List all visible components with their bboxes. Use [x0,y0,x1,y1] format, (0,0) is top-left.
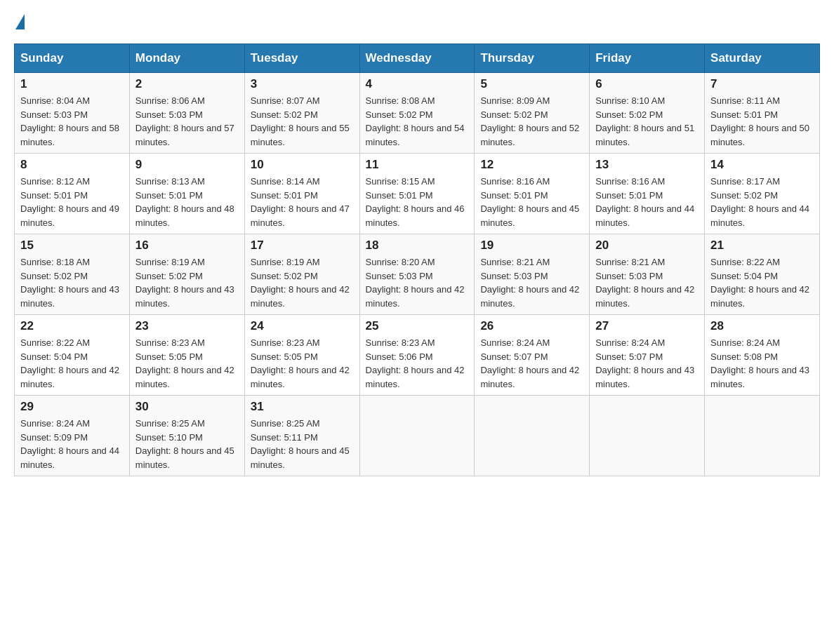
calendar-cell: 8Sunrise: 8:12 AMSunset: 5:01 PMDaylight… [15,154,130,234]
calendar-header-row: SundayMondayTuesdayWednesdayThursdayFrid… [15,44,820,73]
day-number: 6 [595,77,699,91]
day-info: Sunrise: 8:15 AMSunset: 5:01 PMDaylight:… [366,175,469,229]
header-sunday: Sunday [15,44,130,73]
day-number: 31 [251,400,354,414]
calendar-cell: 12Sunrise: 8:16 AMSunset: 5:01 PMDayligh… [475,154,590,234]
header-wednesday: Wednesday [359,44,475,73]
calendar-cell: 13Sunrise: 8:16 AMSunset: 5:01 PMDayligh… [590,154,705,234]
calendar-week-row: 8Sunrise: 8:12 AMSunset: 5:01 PMDaylight… [15,154,820,234]
day-number: 22 [20,319,124,333]
day-info: Sunrise: 8:23 AMSunset: 5:06 PMDaylight:… [366,336,469,391]
day-number: 17 [251,239,354,253]
day-info: Sunrise: 8:19 AMSunset: 5:02 PMDaylight:… [251,255,354,310]
day-number: 24 [251,319,354,333]
day-info: Sunrise: 8:09 AMSunset: 5:02 PMDaylight:… [480,94,583,149]
calendar-week-row: 22Sunrise: 8:22 AMSunset: 5:04 PMDayligh… [15,315,820,396]
header-saturday: Saturday [705,44,820,73]
calendar-cell: 16Sunrise: 8:19 AMSunset: 5:02 PMDayligh… [129,234,244,315]
calendar-table: SundayMondayTuesdayWednesdayThursdayFrid… [14,43,820,476]
day-number: 8 [20,158,124,172]
day-info: Sunrise: 8:21 AMSunset: 5:03 PMDaylight:… [595,255,699,310]
day-number: 29 [20,400,124,414]
day-number: 14 [710,158,814,172]
calendar-cell: 27Sunrise: 8:24 AMSunset: 5:07 PMDayligh… [590,315,705,396]
day-number: 15 [20,239,124,253]
day-info: Sunrise: 8:22 AMSunset: 5:04 PMDaylight:… [710,255,814,310]
calendar-cell: 3Sunrise: 8:07 AMSunset: 5:02 PMDaylight… [244,73,359,154]
day-number: 27 [595,319,699,333]
day-info: Sunrise: 8:08 AMSunset: 5:02 PMDaylight:… [366,94,469,149]
day-number: 10 [251,158,354,172]
calendar-week-row: 29Sunrise: 8:24 AMSunset: 5:09 PMDayligh… [15,396,820,476]
header-friday: Friday [590,44,705,73]
calendar-cell: 18Sunrise: 8:20 AMSunset: 5:03 PMDayligh… [359,234,475,315]
day-number: 16 [135,239,239,253]
calendar-week-row: 15Sunrise: 8:18 AMSunset: 5:02 PMDayligh… [15,234,820,315]
calendar-cell [590,396,705,476]
calendar-cell: 17Sunrise: 8:19 AMSunset: 5:02 PMDayligh… [244,234,359,315]
day-number: 19 [480,239,583,253]
calendar-cell [705,396,820,476]
day-number: 13 [595,158,699,172]
day-info: Sunrise: 8:04 AMSunset: 5:03 PMDaylight:… [20,94,124,149]
header-thursday: Thursday [475,44,590,73]
calendar-cell: 30Sunrise: 8:25 AMSunset: 5:10 PMDayligh… [129,396,244,476]
calendar-cell: 5Sunrise: 8:09 AMSunset: 5:02 PMDaylight… [475,73,590,154]
calendar-cell: 2Sunrise: 8:06 AMSunset: 5:03 PMDaylight… [129,73,244,154]
day-number: 5 [480,77,583,91]
day-number: 9 [135,158,239,172]
calendar-cell: 25Sunrise: 8:23 AMSunset: 5:06 PMDayligh… [359,315,475,396]
day-info: Sunrise: 8:16 AMSunset: 5:01 PMDaylight:… [595,175,699,229]
calendar-cell: 29Sunrise: 8:24 AMSunset: 5:09 PMDayligh… [15,396,130,476]
day-info: Sunrise: 8:23 AMSunset: 5:05 PMDaylight:… [135,336,239,391]
day-number: 21 [710,239,814,253]
calendar-cell: 15Sunrise: 8:18 AMSunset: 5:02 PMDayligh… [15,234,130,315]
day-info: Sunrise: 8:12 AMSunset: 5:01 PMDaylight:… [20,175,124,229]
day-info: Sunrise: 8:16 AMSunset: 5:01 PMDaylight:… [480,175,583,229]
page-header [14,14,820,29]
logo [14,14,25,29]
day-info: Sunrise: 8:21 AMSunset: 5:03 PMDaylight:… [480,255,583,310]
day-number: 20 [595,239,699,253]
calendar-cell: 9Sunrise: 8:13 AMSunset: 5:01 PMDaylight… [129,154,244,234]
day-info: Sunrise: 8:20 AMSunset: 5:03 PMDaylight:… [366,255,469,310]
day-info: Sunrise: 8:24 AMSunset: 5:07 PMDaylight:… [595,336,699,391]
calendar-cell: 22Sunrise: 8:22 AMSunset: 5:04 PMDayligh… [15,315,130,396]
day-info: Sunrise: 8:25 AMSunset: 5:10 PMDaylight:… [135,417,239,471]
day-info: Sunrise: 8:25 AMSunset: 5:11 PMDaylight:… [251,417,354,471]
calendar-cell: 23Sunrise: 8:23 AMSunset: 5:05 PMDayligh… [129,315,244,396]
calendar-cell: 24Sunrise: 8:23 AMSunset: 5:05 PMDayligh… [244,315,359,396]
calendar-cell: 14Sunrise: 8:17 AMSunset: 5:02 PMDayligh… [705,154,820,234]
calendar-cell: 31Sunrise: 8:25 AMSunset: 5:11 PMDayligh… [244,396,359,476]
calendar-cell: 7Sunrise: 8:11 AMSunset: 5:01 PMDaylight… [705,73,820,154]
day-info: Sunrise: 8:07 AMSunset: 5:02 PMDaylight:… [251,94,354,149]
day-info: Sunrise: 8:22 AMSunset: 5:04 PMDaylight:… [20,336,124,391]
day-info: Sunrise: 8:14 AMSunset: 5:01 PMDaylight:… [251,175,354,229]
day-info: Sunrise: 8:24 AMSunset: 5:08 PMDaylight:… [710,336,814,391]
day-info: Sunrise: 8:17 AMSunset: 5:02 PMDaylight:… [710,175,814,229]
day-info: Sunrise: 8:19 AMSunset: 5:02 PMDaylight:… [135,255,239,310]
day-number: 12 [480,158,583,172]
calendar-cell [359,396,475,476]
day-number: 26 [480,319,583,333]
day-number: 2 [135,77,239,91]
day-number: 30 [135,400,239,414]
day-info: Sunrise: 8:24 AMSunset: 5:09 PMDaylight:… [20,417,124,471]
day-info: Sunrise: 8:11 AMSunset: 5:01 PMDaylight:… [710,94,814,149]
calendar-cell: 28Sunrise: 8:24 AMSunset: 5:08 PMDayligh… [705,315,820,396]
day-number: 28 [710,319,814,333]
calendar-cell: 19Sunrise: 8:21 AMSunset: 5:03 PMDayligh… [475,234,590,315]
calendar-cell: 26Sunrise: 8:24 AMSunset: 5:07 PMDayligh… [475,315,590,396]
calendar-cell: 1Sunrise: 8:04 AMSunset: 5:03 PMDaylight… [15,73,130,154]
day-number: 25 [366,319,469,333]
day-info: Sunrise: 8:06 AMSunset: 5:03 PMDaylight:… [135,94,239,149]
day-info: Sunrise: 8:13 AMSunset: 5:01 PMDaylight:… [135,175,239,229]
header-tuesday: Tuesday [244,44,359,73]
day-info: Sunrise: 8:18 AMSunset: 5:02 PMDaylight:… [20,255,124,310]
day-number: 23 [135,319,239,333]
calendar-cell: 10Sunrise: 8:14 AMSunset: 5:01 PMDayligh… [244,154,359,234]
calendar-cell: 6Sunrise: 8:10 AMSunset: 5:02 PMDaylight… [590,73,705,154]
day-number: 4 [366,77,469,91]
calendar-cell [475,396,590,476]
day-number: 7 [710,77,814,91]
